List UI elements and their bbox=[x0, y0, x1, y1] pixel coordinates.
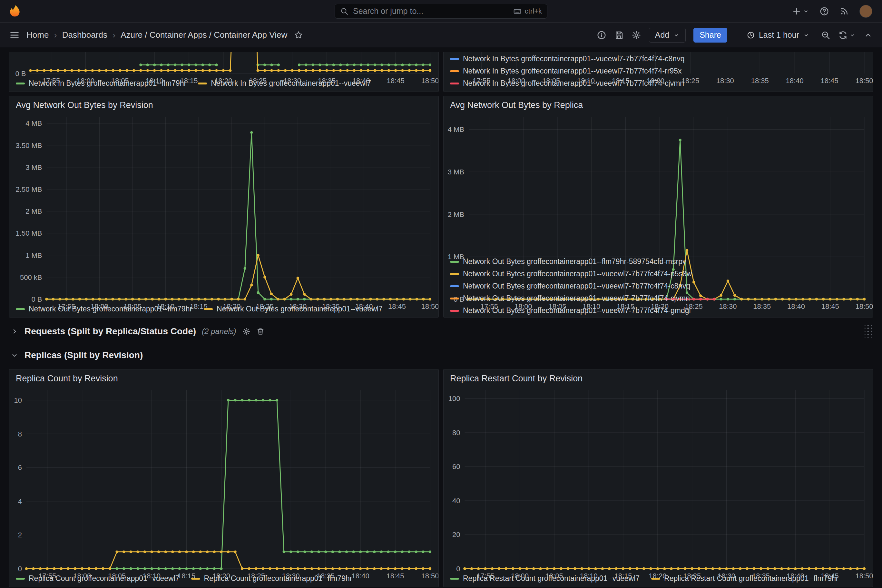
gear-icon bbox=[242, 327, 250, 336]
zoom-out-time-button[interactable] bbox=[821, 30, 830, 40]
legend-series-marker bbox=[16, 82, 25, 84]
legend-item[interactable]: Network In Bytes groffecontainerapp01--v… bbox=[450, 79, 866, 88]
svg-text:3.50 MB: 3.50 MB bbox=[16, 141, 42, 150]
row-delete-button[interactable] bbox=[256, 327, 265, 336]
breadcrumb-dashboards[interactable]: Dashboards bbox=[62, 30, 107, 40]
share-button[interactable]: Share bbox=[693, 28, 727, 42]
refresh-icon bbox=[838, 30, 848, 40]
time-range-picker[interactable]: Last 1 hour bbox=[743, 28, 813, 42]
legend-item[interactable]: Replica Restart Count groffecontainerapp… bbox=[651, 574, 838, 583]
mega-menu-toggle[interactable] bbox=[9, 30, 20, 40]
dashboard-info-button[interactable] bbox=[597, 30, 606, 40]
toolbar-actions: Add Share Last 1 hour bbox=[597, 28, 873, 42]
search-input[interactable] bbox=[353, 6, 509, 16]
panel-row-replicas: Replica Count by Revision 024681017:5518… bbox=[9, 369, 873, 587]
legend-series-label: Network Out Bytes groffecontainerapp01--… bbox=[463, 270, 692, 278]
refresh-button[interactable] bbox=[838, 30, 856, 40]
row-header-requests[interactable]: Requests (Split by Replica/Status Code) … bbox=[9, 321, 873, 341]
svg-text:4 MB: 4 MB bbox=[26, 119, 42, 128]
collapse-toolbar-button[interactable] bbox=[863, 30, 873, 40]
svg-text:20: 20 bbox=[452, 531, 460, 538]
svg-text:2: 2 bbox=[18, 531, 22, 539]
chevron-right-icon bbox=[10, 327, 19, 336]
legend-series-label: Network In Bytes groffecontainerapp01--v… bbox=[463, 79, 684, 88]
panel-row-network-out: Avg Network Out Bytes by Revision 0 B500… bbox=[9, 96, 873, 318]
row-header-replicas[interactable]: Replicas (Split by Revision) bbox=[9, 345, 873, 365]
breadcrumb-current-dashboard: Azure / Container Apps / Container App V… bbox=[121, 30, 287, 40]
legend-item[interactable]: Network Out Bytes groffecontainerapp01--… bbox=[450, 270, 866, 278]
breadcrumb-home[interactable]: Home bbox=[26, 30, 49, 40]
chart-legend: Replica Restart Count groffecontainerapp… bbox=[444, 573, 873, 587]
user-avatar[interactable] bbox=[860, 5, 872, 18]
row-settings-button[interactable] bbox=[242, 327, 250, 336]
legend-series-label: Network Out Bytes groffecontainerapp01--… bbox=[29, 304, 192, 314]
new-menu-button[interactable] bbox=[792, 6, 809, 16]
svg-text:4: 4 bbox=[18, 497, 22, 506]
row-title-replicas[interactable]: Replicas (Split by Revision) bbox=[24, 350, 143, 360]
panel-replica-count: Replica Count by Revision 024681017:5518… bbox=[9, 369, 439, 587]
add-panel-button[interactable]: Add bbox=[649, 28, 686, 42]
breadcrumb-separator-icon: › bbox=[112, 30, 116, 40]
save-dashboard-button[interactable] bbox=[614, 30, 624, 40]
legend-item[interactable]: Network Out Bytes groffecontainerapp01--… bbox=[204, 304, 382, 314]
panel-title[interactable]: Avg Network Out Bytes by Replica bbox=[444, 96, 873, 111]
save-icon bbox=[614, 30, 624, 40]
news-button[interactable] bbox=[840, 6, 849, 16]
svg-text:2 MB: 2 MB bbox=[448, 210, 464, 219]
svg-text:6: 6 bbox=[18, 464, 22, 472]
time-series-chart[interactable]: 0 B500 kB1 MB1.50 MB2 MB2.50 MB3 MB3.50 … bbox=[9, 111, 438, 304]
legend-series-marker bbox=[450, 82, 459, 84]
legend-item[interactable]: Replica Restart Count groffecontainerapp… bbox=[450, 574, 640, 583]
legend-series-label: Network Out Bytes groffecontainerapp01--… bbox=[217, 304, 382, 314]
chart-legend: Network Out Bytes groffecontainerapp01--… bbox=[444, 256, 873, 318]
legend-series-label: Network Out Bytes groffecontainerapp01--… bbox=[463, 294, 690, 303]
svg-text:8: 8 bbox=[18, 430, 22, 438]
dashboard-settings-button[interactable] bbox=[632, 30, 641, 40]
dashboard-canvas: 0 B17:5518:0018:0518:1018:1518:2018:2518… bbox=[0, 47, 882, 587]
svg-text:2 MB: 2 MB bbox=[26, 207, 42, 215]
svg-text:1.50 MB: 1.50 MB bbox=[16, 229, 42, 237]
legend-series-marker bbox=[651, 578, 660, 580]
chart-legend: Network Out Bytes groffecontainerapp01--… bbox=[9, 304, 438, 317]
legend-series-label: Network In Bytes groffecontainerapp01--v… bbox=[211, 79, 371, 88]
legend-series-marker bbox=[450, 578, 459, 580]
legend-series-marker bbox=[450, 297, 459, 300]
legend-item[interactable]: Network In Bytes groffecontainerapp01--v… bbox=[198, 79, 371, 88]
panel-title[interactable]: Avg Network Out Bytes by Revision bbox=[9, 96, 438, 111]
svg-text:500 kB: 500 kB bbox=[20, 273, 42, 281]
chart-legend: Replica Count groffecontainerapp01--vuee… bbox=[9, 573, 438, 587]
panel-title[interactable]: Replica Restart Count by Revision bbox=[444, 369, 873, 385]
favorite-dashboard-button[interactable] bbox=[294, 30, 303, 40]
legend-item[interactable]: Network Out Bytes groffecontainerapp01--… bbox=[450, 257, 866, 266]
zoom-out-icon bbox=[821, 30, 830, 40]
chevron-down-icon bbox=[10, 351, 19, 360]
star-icon bbox=[294, 30, 303, 40]
time-series-chart[interactable]: 02040608010017:5518:0018:0518:1018:1518:… bbox=[444, 385, 873, 573]
svg-text:60: 60 bbox=[452, 463, 460, 471]
panel-title[interactable]: Replica Count by Revision bbox=[9, 369, 438, 385]
svg-text:0 B: 0 B bbox=[15, 70, 26, 78]
legend-item[interactable]: Network In Bytes groffecontainerapp01--v… bbox=[450, 67, 866, 75]
row-title-requests[interactable]: Requests (Split by Replica/Status Code) bbox=[24, 326, 196, 336]
grafana-logo[interactable] bbox=[8, 3, 22, 19]
legend-series-marker bbox=[16, 308, 25, 310]
search-box[interactable]: ctrl+k bbox=[334, 4, 548, 19]
hamburger-icon bbox=[9, 30, 20, 40]
help-button[interactable] bbox=[819, 6, 829, 16]
time-series-chart[interactable]: 024681017:5518:0018:0518:1018:1518:2018:… bbox=[9, 385, 438, 573]
legend-item[interactable]: Network In Bytes groffecontainerapp01--f… bbox=[16, 79, 186, 88]
legend-item[interactable]: Network In Bytes groffecontainerapp01--v… bbox=[450, 54, 866, 63]
svg-text:2.50 MB: 2.50 MB bbox=[16, 185, 42, 194]
legend-item[interactable]: Replica Count groffecontainerapp01--vuee… bbox=[16, 574, 180, 583]
clock-icon bbox=[747, 31, 755, 39]
legend-item[interactable]: Network Out Bytes groffecontainerapp01--… bbox=[450, 306, 866, 315]
time-series-chart[interactable]: 0 B17:5518:0018:0518:1018:1518:2018:2518… bbox=[9, 52, 438, 78]
time-series-chart[interactable]: 0 B1 MB2 MB3 MB4 MB17:5518:0018:0518:101… bbox=[444, 111, 873, 256]
legend-item[interactable]: Network Out Bytes groffecontainerapp01--… bbox=[450, 294, 866, 303]
legend-item[interactable]: Replica Count groffecontainerapp01--flm7… bbox=[191, 574, 352, 583]
svg-text:4 MB: 4 MB bbox=[448, 125, 464, 134]
row-drag-handle[interactable] bbox=[865, 325, 872, 338]
legend-item[interactable]: Network Out Bytes groffecontainerapp01--… bbox=[450, 282, 866, 291]
chevron-down-icon bbox=[673, 32, 680, 38]
legend-item[interactable]: Network Out Bytes groffecontainerapp01--… bbox=[16, 304, 192, 314]
